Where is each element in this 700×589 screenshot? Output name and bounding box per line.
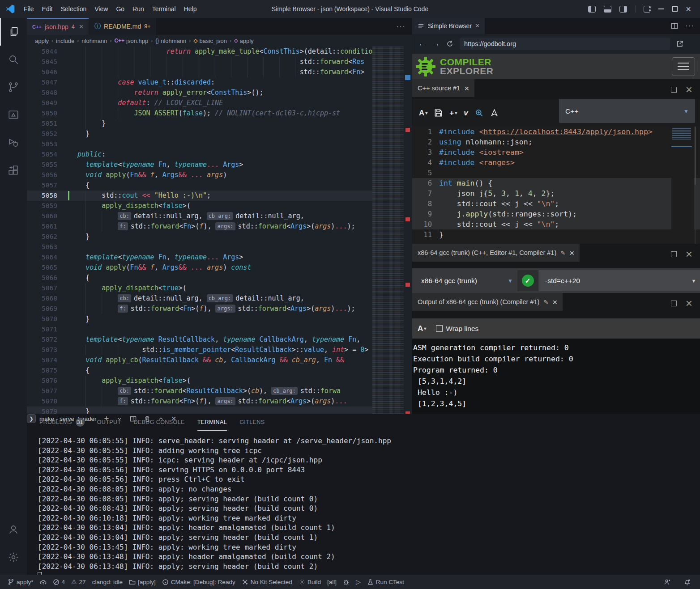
maximize-pane-icon[interactable]	[671, 301, 677, 306]
status-cmake-status[interactable]: CMake: [Debug]: Ready	[159, 575, 239, 589]
menu-view[interactable]: View	[90, 4, 112, 14]
status-cmake-debug[interactable]	[340, 575, 353, 589]
terminal[interactable]: [2022-04-30 06:05:55] INFO: serve_header…	[27, 433, 700, 575]
panel-tab-gitlens[interactable]: GITLENS	[239, 414, 265, 431]
godbolt-code-line-5[interactable]: 5	[412, 168, 700, 178]
more-actions-icon[interactable]: ···	[396, 18, 412, 35]
code-line-5054[interactable]: 5054 public:	[27, 149, 412, 160]
editor-tab-json.hpp[interactable]: C++json.hpp4×	[27, 18, 89, 35]
menu-run[interactable]: Run	[128, 4, 148, 14]
status-cmake-target[interactable]: [all]	[324, 575, 340, 589]
panel-tab-problems[interactable]: PROBLEMS31	[39, 414, 85, 431]
code-line-5052[interactable]: 5052 }	[27, 129, 412, 139]
code-line-5051[interactable]: 5051 }	[27, 119, 412, 129]
godbolt-code-line-4[interactable]: 4#include <ranges>	[412, 157, 700, 168]
code-line-5061[interactable]: 5061 f:std::forward<Fn>(f), args:std::fo…	[27, 221, 412, 232]
breadcrumb-item[interactable]: apply	[35, 38, 49, 44]
godbolt-code-line-3[interactable]: 3#include <iostream>	[412, 147, 700, 157]
cursor-jump-icon[interactable]	[490, 109, 499, 117]
status-notifications[interactable]	[681, 575, 694, 589]
code-line-5070[interactable]: 5070 }	[27, 314, 412, 324]
activity-explorer[interactable]	[0, 18, 27, 46]
more-actions-icon[interactable]: ···	[685, 21, 694, 30]
maximize-pane-icon[interactable]	[671, 251, 677, 257]
font-size-button[interactable]: A▾	[418, 324, 426, 333]
godbolt-code-line-9[interactable]: 9 j.apply(std::ranges::sort);	[412, 209, 700, 219]
code-line-5048[interactable]: 5048 return apply_error<ConstThis>();	[27, 88, 412, 98]
godbolt-code-line-2[interactable]: 2using nlohmann::json;	[412, 137, 700, 147]
code-line-5078[interactable]: 5078 f:std::forward<Fn>(f), args:std::fo…	[27, 396, 412, 407]
code-line-5076[interactable]: 5076 apply_dispatch<false>(	[27, 376, 412, 386]
status-cmake-launch[interactable]: ▷	[353, 575, 364, 589]
code-line-5062[interactable]: 5062 }	[27, 232, 412, 242]
activity-settings[interactable]	[0, 543, 27, 571]
tab-simple-browser[interactable]: Simple Browser ×	[412, 18, 485, 34]
close-icon[interactable]: ×	[475, 22, 479, 30]
split-editor-icon[interactable]	[671, 22, 678, 30]
code-line-5059[interactable]: 5059 apply_dispatch<false>(	[27, 201, 412, 211]
language-select[interactable]: C++ ▼	[559, 99, 695, 123]
status-cmake-build[interactable]: Build	[295, 575, 324, 589]
breadcrumb-item[interactable]: ◇basic_json	[193, 38, 227, 44]
code-line-5057[interactable]: 5057 {	[27, 180, 412, 191]
code-line-5058[interactable]: 5058 std::cout << "Hello :-)\n";	[27, 191, 412, 201]
menu-help[interactable]: Help	[180, 4, 201, 14]
options-dropdown-icon[interactable]: ▼	[687, 270, 700, 291]
save-icon[interactable]	[434, 109, 443, 117]
code-line-5066[interactable]: 5066 {	[27, 273, 412, 283]
godbolt-code-line-6[interactable]: 6int main() {	[412, 178, 700, 188]
code-line-5073[interactable]: 5073 std::is_member_pointer<ResultCallba…	[27, 345, 412, 355]
status-publish[interactable]	[37, 575, 50, 589]
breadcrumb-item[interactable]: include	[56, 38, 74, 44]
code-line-5055[interactable]: 5055 template<typename Fn, typename... A…	[27, 160, 412, 170]
overview-ruler[interactable]	[404, 47, 412, 414]
toggle-panel-icon[interactable]	[604, 6, 611, 13]
close-pane-icon[interactable]: ×	[686, 248, 692, 260]
minimap[interactable]	[372, 47, 404, 414]
close-icon[interactable]: ×	[552, 298, 557, 306]
tab-output[interactable]: Output of x86-64 gcc (trunk) (Compiler #…	[412, 293, 563, 311]
tab-cpp-source[interactable]: C++ source #1 ×	[412, 79, 474, 97]
activity-accounts[interactable]	[0, 516, 27, 543]
panel-tab-terminal[interactable]: TERMINAL	[197, 414, 227, 431]
godbolt-source-editor[interactable]: 1#include <https://localhost:8443/apply/…	[412, 127, 700, 244]
code-line-5053[interactable]: 5053	[27, 139, 412, 149]
back-icon[interactable]: ←	[418, 39, 426, 48]
rename-icon[interactable]: ✎	[560, 250, 565, 256]
close-pane-icon[interactable]: ×	[686, 84, 692, 95]
activity-extensions[interactable]	[0, 157, 27, 184]
font-size-button[interactable]: A▾	[419, 109, 427, 118]
maximize-icon[interactable]	[672, 6, 678, 12]
zoom-icon[interactable]	[475, 109, 483, 117]
code-line-5067[interactable]: 5067 apply_dispatch<true>(	[27, 283, 412, 293]
code-line-5049[interactable]: 5049 default: // LCOV_EXCL_LINE	[27, 98, 412, 108]
code-line-5046[interactable]: 5046 std::forward<Fn>	[27, 67, 412, 77]
godbolt-code-line-8[interactable]: 8 std::cout << j << "\n";	[412, 199, 700, 209]
breadcrumb-item[interactable]: C++json.hpp	[114, 38, 148, 44]
code-line-5077[interactable]: 5077 cb:std::forward<ResultCallback>(cb)…	[27, 386, 412, 396]
status-feedback[interactable]	[661, 575, 674, 589]
breadcrumb-item[interactable]: ⬦apply	[234, 38, 253, 44]
code-line-5079[interactable]: 5079 }	[27, 407, 412, 414]
godbolt-code-line-11[interactable]: 11}	[412, 229, 700, 240]
customize-layout-icon[interactable]	[644, 6, 650, 13]
status-clangd-status[interactable]: clangd: idle	[89, 575, 126, 589]
status-cmake-kit[interactable]: No Kit Selected	[239, 575, 295, 589]
code-line-5065[interactable]: 5065 void apply(Fn&& f, Args&& ... args)…	[27, 263, 412, 273]
add-pane-button[interactable]: +▾	[449, 109, 457, 118]
menu-selection[interactable]: Selection	[57, 4, 91, 14]
code-line-5064[interactable]: 5064 template<typename Fn, typename... A…	[27, 252, 412, 263]
code-line-5063[interactable]: 5063	[27, 242, 412, 252]
rename-icon[interactable]: ✎	[543, 299, 548, 305]
status-git-branch[interactable]: apply*	[4, 575, 37, 589]
godbolt-code-line-10[interactable]: 10 std::cout << j << "\n";	[412, 219, 700, 229]
menu-go[interactable]: Go	[112, 4, 128, 14]
hamburger-menu-icon[interactable]	[672, 57, 695, 76]
maximize-pane-icon[interactable]	[671, 87, 677, 93]
minimize-icon[interactable]	[658, 8, 664, 9]
compiler-select[interactable]: x86-64 gcc (trunk) ▼	[417, 272, 517, 290]
close-pane-icon[interactable]: ×	[686, 297, 692, 309]
code-editor[interactable]: 5044 return apply_make_tuple<ConstThis>(…	[27, 47, 412, 414]
activity-run-debug[interactable]	[0, 129, 27, 157]
godbolt-code-line-7[interactable]: 7 json j{5, 3, 1, 4, 2};	[412, 188, 700, 199]
